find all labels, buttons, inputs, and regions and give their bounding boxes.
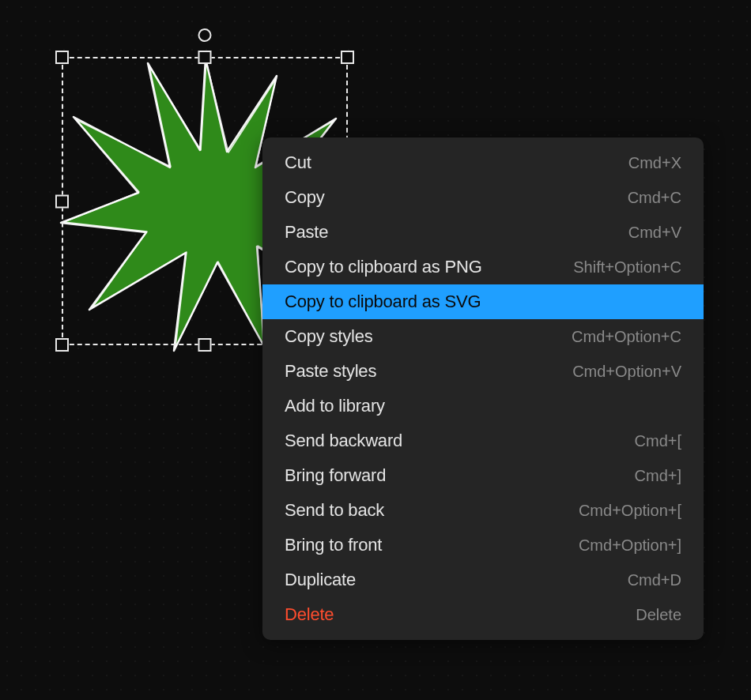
- menu-item-label: Copy to clipboard as SVG: [285, 292, 481, 312]
- menu-item-copy[interactable]: CopyCmd+C: [262, 180, 704, 215]
- context-menu[interactable]: CutCmd+XCopyCmd+CPasteCmd+VCopy to clipb…: [262, 137, 704, 640]
- menu-item-paste[interactable]: PasteCmd+V: [262, 215, 704, 250]
- menu-item-bring-to-front[interactable]: Bring to frontCmd+Option+]: [262, 528, 704, 563]
- menu-item-duplicate[interactable]: DuplicateCmd+D: [262, 563, 704, 597]
- menu-item-shortcut: Cmd+C: [628, 189, 681, 207]
- menu-item-shortcut: Shift+Option+C: [573, 258, 681, 277]
- menu-item-paste-styles[interactable]: Paste stylesCmd+Option+V: [262, 354, 704, 389]
- menu-item-shortcut: Cmd+Option+[: [579, 502, 681, 520]
- menu-item-label: Bring to front: [285, 535, 382, 555]
- menu-item-shortcut: Cmd+Option+V: [572, 363, 681, 381]
- menu-item-label: Bring forward: [285, 465, 386, 486]
- menu-item-label: Paste: [285, 222, 328, 243]
- menu-item-label: Paste styles: [285, 361, 376, 382]
- menu-item-label: Copy: [285, 187, 325, 208]
- rotate-handle[interactable]: [198, 28, 212, 42]
- menu-item-add-to-library[interactable]: Add to library: [262, 389, 704, 423]
- menu-item-shortcut: Cmd+D: [628, 571, 681, 589]
- menu-item-label: Copy to clipboard as PNG: [285, 257, 482, 277]
- menu-item-copy-to-clipboard-as-png[interactable]: Copy to clipboard as PNGShift+Option+C: [262, 250, 704, 284]
- menu-item-label: Delete: [285, 604, 334, 625]
- menu-item-copy-to-clipboard-as-svg[interactable]: Copy to clipboard as SVG: [262, 284, 704, 319]
- menu-item-label: Add to library: [285, 396, 385, 416]
- menu-item-label: Copy styles: [285, 326, 373, 347]
- menu-item-send-backward[interactable]: Send backwardCmd+[: [262, 423, 704, 458]
- menu-item-shortcut: Cmd+Option+]: [579, 536, 681, 555]
- drawing-canvas[interactable]: CutCmd+XCopyCmd+CPasteCmd+VCopy to clipb…: [0, 0, 751, 700]
- menu-item-shortcut: Cmd+]: [635, 467, 681, 485]
- menu-item-copy-styles[interactable]: Copy stylesCmd+Option+C: [262, 319, 704, 354]
- menu-item-label: Cut: [285, 152, 311, 173]
- menu-item-shortcut: Cmd+Option+C: [572, 328, 681, 346]
- menu-item-send-to-back[interactable]: Send to backCmd+Option+[: [262, 493, 704, 528]
- menu-item-shortcut: Delete: [636, 606, 681, 624]
- menu-item-shortcut: Cmd+V: [628, 224, 681, 242]
- menu-item-label: Send backward: [285, 431, 402, 451]
- menu-item-shortcut: Cmd+X: [628, 154, 681, 172]
- menu-item-cut[interactable]: CutCmd+X: [262, 145, 704, 180]
- menu-item-shortcut: Cmd+[: [635, 432, 681, 450]
- menu-item-delete[interactable]: DeleteDelete: [262, 597, 704, 632]
- menu-item-label: Send to back: [285, 500, 384, 521]
- menu-item-label: Duplicate: [285, 570, 356, 590]
- menu-item-bring-forward[interactable]: Bring forwardCmd+]: [262, 458, 704, 493]
